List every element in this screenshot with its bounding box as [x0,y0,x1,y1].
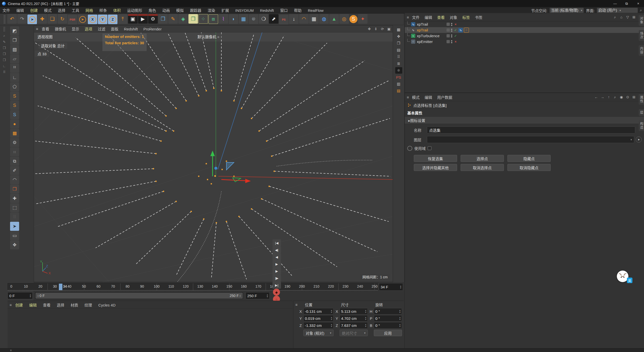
zoom-tool[interactable]: ⌕ [2,33,7,39]
lock-y-axis[interactable]: Y [98,15,107,24]
target-crosshair[interactable]: ◎ [339,14,349,24]
edges-mode[interactable]: ∟ [10,73,19,82]
coord-field-位置-X[interactable]: -0.131 cm▴▾ [303,308,334,315]
lock-x-axis[interactable]: X [88,15,97,24]
object-name[interactable]: xpTurbulence [417,34,447,38]
menu-item-Cycles 4D[interactable]: Cycles 4D [98,303,115,307]
menu-item-渲染[interactable]: 渲染 [208,8,215,13]
minimize-button[interactable]: — [609,0,621,7]
menu-item-运动图形[interactable]: 运动图形 [127,8,142,13]
redo[interactable]: ↷ [17,14,27,24]
coord-dropdown-绝对尺寸[interactable]: 绝对尺寸▾ [340,330,368,336]
menu-item-创建[interactable]: 创建 [15,303,23,307]
object-row-xpTrail[interactable]: ∿xpTrail✓∿⁘ [405,27,644,33]
goto-start[interactable]: |◀ [272,239,281,246]
menu-item-样条[interactable]: 样条 [99,8,107,13]
dolly-view[interactable]: ⇕ [373,26,379,32]
layer-swatch[interactable] [447,40,450,43]
coord-field-位置-Z[interactable]: -1.332 cm▴▾ [303,322,334,329]
object-row-xpTurbulence[interactable]: ≈xpTurbulence✓ [405,33,644,39]
pan-hand[interactable]: ✥ [10,240,19,249]
texture-mode[interactable]: ▨ [10,45,19,54]
am-up[interactable]: ↑ [606,94,612,100]
snap-1[interactable]: S [10,92,19,101]
menu-item-对象[interactable]: 对象 [450,15,457,20]
add-cube-primitive[interactable]: ❒ [158,14,168,24]
ps-tag[interactable]: PS [279,15,289,24]
vstrip-camera[interactable]: ⌾ [395,67,402,74]
ime-widget[interactable]: 英 [617,271,634,284]
object-name[interactable]: xpTrail [417,28,447,32]
rect-select[interactable]: ▭ [10,231,19,240]
om-add[interactable]: ⊞ [631,14,637,20]
palette-drag-handle[interactable] [3,27,5,32]
coord-field-位置-Y[interactable]: 0.019 cm▴▾ [303,315,334,322]
point-selection-tag[interactable]: ⁘ [464,28,469,33]
menu-item-工具[interactable]: 工具 [72,8,79,13]
current-frame-field[interactable]: 34 F▴▾ [379,283,403,291]
undo[interactable]: ↶ [7,14,17,24]
spinner-icon[interactable]: ▴▾ [331,323,332,327]
timeline-playhead[interactable] [59,284,62,290]
vstrip-cube[interactable]: ❒ [395,40,402,47]
om-tab-场次[interactable]: 场次 [639,30,644,41]
spinner-icon[interactable]: ▴▾ [30,294,31,298]
apply-button[interactable]: 应用 [374,330,402,336]
layer-dropdown[interactable]: ▾ [427,136,634,143]
layer-swatch[interactable] [447,34,450,37]
am-hamburger-icon[interactable]: ≡ [407,95,409,99]
menu-item-网格[interactable]: 网格 [86,8,93,13]
vstrip-move[interactable]: ✥ [395,33,402,40]
points-small[interactable]: ⠿ [2,69,7,75]
menu-item-窗口[interactable]: 窗口 [280,8,288,13]
am-button-选择并隐藏其他[interactable]: 选择并隐藏其他 [414,164,457,171]
coord-field-尺寸-Y[interactable]: 4.702 cm▴▾ [340,315,368,322]
om-home[interactable]: ⌂ [619,14,624,20]
coord-field-旋转-H[interactable]: 0 °▴▾ [374,308,402,315]
om-hamburger-icon[interactable]: ≡ [407,15,409,19]
enable-toggle[interactable]: ✓ [454,34,457,38]
orange-cube[interactable]: ❒ [10,185,19,194]
spline-cube[interactable]: ⬚ [10,203,19,212]
spinner-icon[interactable]: ▴▾ [365,316,366,320]
menu-item-显示[interactable]: 显示 [72,27,79,31]
record-keyframe[interactable]: ◆ [273,289,280,296]
am-lock[interactable]: ◉ [619,94,624,100]
menu-item-模式[interactable]: 模式 [44,8,52,13]
render-view[interactable]: ▣ [128,14,138,24]
coord-field-尺寸-Z[interactable]: 7.637 cm▴▾ [340,322,368,329]
om-tab-对象[interactable]: 对象 [639,15,644,26]
field-shell[interactable]: ◗ [229,14,238,24]
start-frame-field[interactable]: 0 F▴▾ [8,292,33,299]
object-name[interactable]: xpTrail [417,22,447,26]
axis-small[interactable]: ∟ [2,63,7,69]
menu-item-过滤[interactable]: 过滤 [98,27,105,31]
menu-item-选择[interactable]: 选择 [58,8,65,13]
menu-item-面板[interactable]: 面板 [111,27,118,31]
spinner-icon[interactable]: ▴▾ [400,285,401,289]
snap-2[interactable]: S [10,101,19,110]
menu-item-帮助[interactable]: 帮助 [294,8,302,13]
cube-small-3[interactable]: ❒ [2,57,7,63]
visibility-dots[interactable] [451,29,452,32]
vstrip-ps[interactable]: PS [395,74,402,80]
menu-item-INSYDIUM[interactable]: INSYDIUM [235,8,254,13]
spinner-icon[interactable]: ▴▾ [267,294,268,298]
volume-builder[interactable]: ⧈ [209,14,218,24]
vstrip-layers[interactable]: ≣ [395,60,402,67]
name-field[interactable]: 点选集 [427,126,635,134]
menu-item-材质[interactable]: 材质 [71,303,78,307]
spinner-icon[interactable]: ▴▾ [399,309,400,313]
layer-swatch[interactable] [447,28,450,32]
prev-frame[interactable]: ◀ [272,253,281,260]
menu-item-选项[interactable]: 选项 [85,27,92,31]
spinner-icon[interactable]: ▴▾ [331,309,332,313]
om-filter[interactable]: ▽ [625,14,630,20]
gravity-effector[interactable]: ↓ [289,14,299,24]
close-button[interactable]: × [632,0,644,7]
spline-arc[interactable]: ◠ [299,14,309,24]
menu-item-体积[interactable]: 体积 [113,8,121,13]
am-tab-属性[interactable]: 属性 [639,94,644,105]
xparticles[interactable]: ✦ [358,14,368,24]
subdivision-surface[interactable]: ◈ [178,14,188,24]
